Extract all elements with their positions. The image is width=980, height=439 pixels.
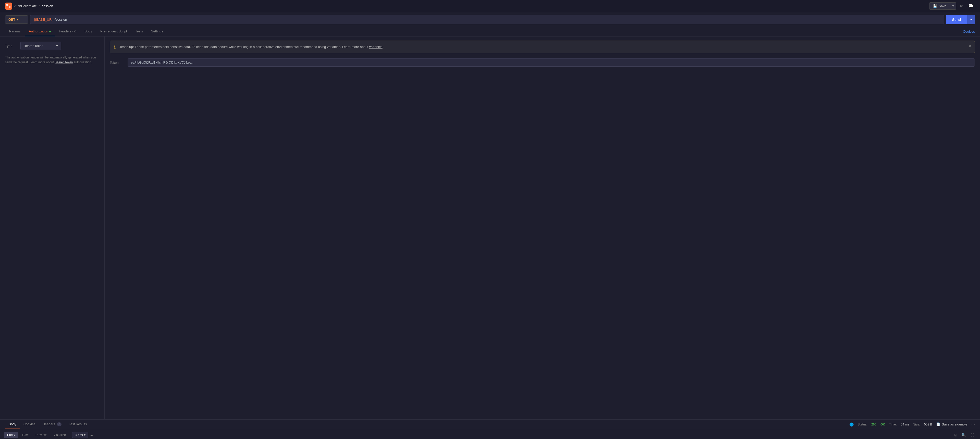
send-button[interactable]: Send	[946, 15, 967, 24]
time-value: 64 ms	[901, 423, 909, 426]
save-example-icon: 📄	[936, 422, 940, 426]
auth-right-panel: ℹ Heads up! These parameters hold sensit…	[105, 37, 980, 419]
search-code-button[interactable]: 🔍	[960, 431, 967, 439]
lang-chevron: ▾	[84, 433, 86, 437]
auth-left-panel: Type Bearer Token ▾ The authorization he…	[0, 37, 105, 419]
url-input[interactable]: {{BASE_URI}}/session	[30, 15, 944, 24]
language-select[interactable]: JSON ▾	[72, 432, 88, 438]
alert-close-button[interactable]: ✕	[968, 44, 972, 49]
save-example-label: Save as example	[942, 422, 967, 426]
globe-icon: 🌐	[850, 422, 854, 426]
cookies-link[interactable]: Cookies	[963, 30, 975, 33]
variables-link[interactable]: variables	[369, 45, 383, 49]
method-select[interactable]: GET ▾	[5, 15, 28, 24]
save-label: Save	[939, 4, 946, 8]
url-base-uri: {{BASE_URI}}	[34, 17, 55, 21]
authorization-active-dot	[49, 31, 51, 32]
save-button[interactable]: 💾 Save	[929, 3, 950, 10]
tab-tests[interactable]: Tests	[131, 27, 147, 36]
tab-test-results[interactable]: Test Results	[65, 420, 90, 429]
code-toolbar: Pretty Raw Preview Visualize JSON ▾ ≡ ⎘ …	[0, 429, 980, 439]
tab-cookies-response[interactable]: Cookies	[20, 420, 39, 429]
view-tab-raw[interactable]: Raw	[19, 432, 32, 438]
save-example-button[interactable]: 📄 Save as example	[936, 422, 967, 426]
save-dropdown-button[interactable]: ▾	[950, 3, 956, 10]
auth-description-end: authorization.	[74, 60, 92, 64]
tab-body-response[interactable]: Body	[5, 420, 20, 429]
save-button-group: 💾 Save ▾	[929, 2, 956, 10]
tab-params[interactable]: Params	[5, 27, 25, 36]
copy-code-button[interactable]: ⎘	[953, 431, 958, 439]
time-label: Time:	[889, 423, 897, 426]
headers-count-badge: 8	[57, 422, 62, 426]
response-status-bar: 🌐 Status: 200 OK Time: 64 ms Size: 502 B…	[850, 422, 975, 426]
bottom-section: Body Cookies Headers 8 Test Results 🌐 St…	[0, 419, 980, 439]
method-dropdown-icon: ▾	[17, 17, 19, 21]
size-value: 502 B	[924, 423, 932, 426]
svg-rect-3	[9, 6, 11, 8]
edit-button[interactable]: ✏	[958, 2, 965, 10]
comment-button[interactable]: 💬	[967, 2, 975, 10]
token-label: Token	[110, 61, 123, 65]
app-logo	[5, 3, 12, 10]
alert-text: Heads up! These parameters hold sensitiv…	[119, 45, 384, 49]
tab-settings[interactable]: Settings	[147, 27, 167, 36]
breadcrumb-root[interactable]: AuthBoilerplate	[14, 4, 37, 8]
svg-rect-2	[6, 6, 8, 8]
main-content: Type Bearer Token ▾ The authorization he…	[0, 37, 980, 419]
top-bar: AuthBoilerplate / session 💾 Save ▾ ✏ 💬	[0, 0, 980, 12]
alert-text-end: .	[383, 45, 384, 49]
view-tab-visualize[interactable]: Visualize	[51, 432, 69, 438]
bearer-token-link[interactable]: Bearer Token	[55, 60, 73, 64]
view-tab-preview[interactable]: Preview	[32, 432, 49, 438]
method-value: GET	[8, 17, 15, 21]
send-button-group: Send ▾	[946, 15, 975, 24]
alert-text-content: Heads up! These parameters hold sensitiv…	[119, 45, 368, 49]
tab-authorization[interactable]: Authorization	[25, 27, 55, 36]
url-bar: GET ▾ {{BASE_URI}}/session Send ▾	[0, 12, 980, 27]
breadcrumb: AuthBoilerplate / session	[5, 3, 53, 10]
token-row: Token	[110, 59, 975, 67]
status-label: Status:	[858, 423, 867, 426]
alert-icon: ℹ	[114, 45, 116, 49]
response-tabs: Body Cookies Headers 8 Test Results 🌐 St…	[0, 420, 980, 429]
svg-rect-1	[9, 4, 11, 6]
tab-headers[interactable]: Headers (7)	[55, 27, 81, 36]
request-tabs: Params Authorization Headers (7) Body Pr…	[0, 27, 980, 37]
url-path: /session	[55, 17, 67, 21]
lang-value: JSON	[75, 433, 83, 437]
code-toolbar-right: ⎘ 🔍 ⛶	[953, 431, 976, 439]
type-select-chevron: ▾	[56, 44, 58, 48]
sensitive-data-alert: ℹ Heads up! These parameters hold sensit…	[110, 41, 975, 53]
breadcrumb-current: session	[42, 4, 53, 8]
send-dropdown-button[interactable]: ▾	[967, 15, 975, 24]
more-options-button[interactable]: ⋯	[971, 422, 975, 426]
tab-pre-request-script[interactable]: Pre-request Script	[96, 27, 131, 36]
auth-type-row: Type Bearer Token ▾	[5, 41, 99, 50]
auth-description: The authorization header will be automat…	[5, 55, 99, 65]
type-select-value: Bearer Token	[24, 44, 43, 48]
view-tab-pretty[interactable]: Pretty	[4, 432, 18, 438]
type-label: Type	[5, 44, 15, 48]
svg-rect-0	[6, 4, 8, 6]
type-select-dropdown[interactable]: Bearer Token ▾	[21, 41, 61, 50]
tab-headers-response[interactable]: Headers 8	[39, 420, 65, 429]
expand-code-button[interactable]: ⛶	[969, 431, 976, 439]
save-icon: 💾	[933, 4, 937, 8]
breadcrumb-separator: /	[39, 4, 40, 8]
token-input[interactable]	[127, 59, 975, 67]
status-code: 200	[871, 423, 877, 426]
status-text: OK	[880, 423, 885, 426]
top-bar-actions: 💾 Save ▾ ✏ 💬	[929, 2, 975, 10]
tab-body[interactable]: Body	[80, 27, 96, 36]
size-label: Size:	[913, 423, 920, 426]
filter-button[interactable]: ≡	[90, 433, 93, 437]
